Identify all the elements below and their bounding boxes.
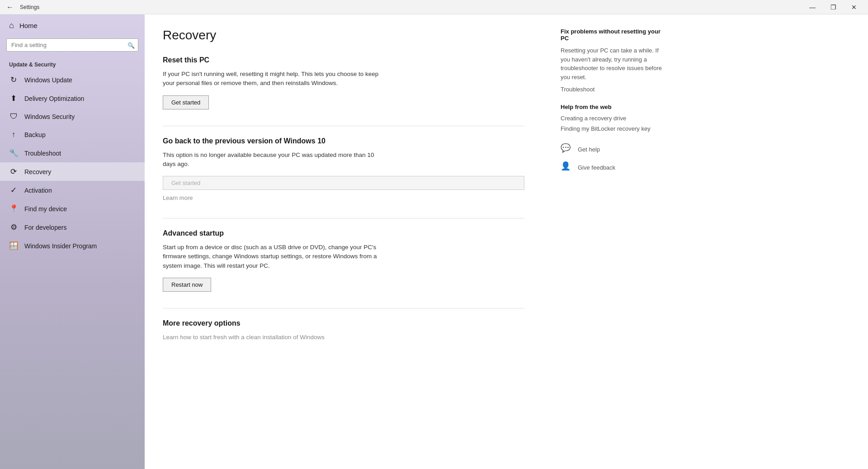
sidebar-item-label: Delivery Optimization [24, 95, 84, 102]
more-recovery-title: More recovery options [163, 319, 524, 327]
restart-now-button[interactable]: Restart now [163, 278, 211, 292]
backup-icon: ↑ [9, 130, 18, 139]
sidebar-item-find-my-device[interactable]: 📍 Find my device [0, 199, 145, 218]
sidebar-item-label: For developers [24, 224, 66, 231]
section-advanced-startup: Advanced startup Start up from a device … [163, 229, 524, 292]
sidebar-item-label: Backup [24, 131, 46, 138]
sidebar-item-label: Windows Update [24, 76, 72, 84]
page-title: Recovery [163, 28, 524, 43]
sidebar-search-container: 🔍 [6, 38, 138, 52]
give-feedback-action[interactable]: 👤 Give feedback [561, 161, 665, 174]
go-back-title: Go back to the previous version of Windo… [163, 137, 524, 145]
sidebar-item-backup[interactable]: ↑ Backup [0, 126, 145, 144]
sidebar-item-label: Activation [24, 187, 52, 194]
content-area: Recovery Reset this PC If your PC isn't … [145, 14, 868, 469]
fix-title: Fix problems without resetting your PC [561, 28, 665, 42]
close-button[interactable]: ✕ [844, 0, 864, 14]
window-controls: — ❐ ✕ [802, 0, 864, 14]
sidebar-item-label: Windows Security [24, 113, 75, 120]
sidebar-item-windows-insider[interactable]: 🪟 Windows Insider Program [0, 237, 145, 255]
sidebar-item-label: Recovery [24, 168, 51, 175]
give-feedback-label: Give feedback [578, 164, 615, 171]
search-input[interactable] [6, 38, 138, 52]
sidebar-item-label: Windows Insider Program [24, 242, 97, 250]
sidebar: ⌂ Home 🔍 Update & Security ↻ Windows Upd… [0, 14, 145, 469]
help-title: Help from the web [561, 104, 665, 110]
sidebar-item-windows-security[interactable]: 🛡 Windows Security [0, 108, 145, 126]
aside-help-section: Help from the web Creating a recovery dr… [561, 104, 665, 132]
home-icon: ⌂ [9, 21, 14, 30]
search-icon: 🔍 [127, 42, 135, 48]
sidebar-home-label: Home [19, 22, 38, 29]
activation-icon: ✓ [9, 185, 18, 195]
divider-2 [163, 218, 524, 218]
reset-get-started-button[interactable]: Get started [163, 95, 209, 109]
section-go-back: Go back to the previous version of Windo… [163, 137, 524, 202]
aside-fix-section: Fix problems without resetting your PC R… [561, 28, 665, 93]
more-recovery-desc: Learn how to start fresh with a clean in… [163, 333, 380, 342]
aside-actions-section: 💬 Get help 👤 Give feedback [561, 143, 665, 174]
find-my-device-icon: 📍 [9, 204, 18, 213]
advanced-startup-title: Advanced startup [163, 229, 524, 237]
for-developers-icon: ⚙ [9, 223, 18, 232]
app-title: Settings [20, 4, 39, 10]
recovery-icon: ⟳ [9, 167, 18, 176]
sidebar-item-for-developers[interactable]: ⚙ For developers [0, 218, 145, 237]
delivery-optimization-icon: ⬆ [9, 94, 18, 103]
divider-3 [163, 308, 524, 308]
sidebar-item-label: Troubleshoot [24, 150, 61, 157]
titlebar: ← Settings — ❐ ✕ [0, 0, 868, 14]
divider-1 [163, 126, 524, 126]
section-more-recovery: More recovery options Learn how to start… [163, 319, 524, 342]
sidebar-section-title: Update & Security [0, 57, 145, 71]
minimize-button[interactable]: — [802, 0, 823, 14]
reset-this-pc-title: Reset this PC [163, 56, 524, 64]
sidebar-item-windows-update[interactable]: ↻ Windows Update [0, 71, 145, 89]
finding-bitlocker-key-link[interactable]: Finding my BitLocker recovery key [561, 125, 665, 132]
content-main: Recovery Reset this PC If your PC isn't … [145, 14, 552, 469]
get-help-icon: 💬 [561, 143, 573, 156]
windows-insider-icon: 🪟 [9, 241, 18, 251]
reset-this-pc-desc: If your PC isn't running well, resetting… [163, 70, 380, 88]
fix-desc: Resetting your PC can take a while. If y… [561, 46, 665, 81]
back-button[interactable]: ← [4, 1, 16, 14]
maximize-button[interactable]: ❐ [823, 0, 844, 14]
content-aside: Fix problems without resetting your PC R… [552, 14, 678, 469]
learn-more-link[interactable]: Learn more [163, 194, 193, 201]
get-help-action[interactable]: 💬 Get help [561, 143, 665, 156]
get-help-label: Get help [578, 146, 600, 153]
advanced-startup-desc: Start up from a device or disc (such as … [163, 243, 380, 270]
sidebar-item-activation[interactable]: ✓ Activation [0, 181, 145, 199]
go-back-desc: This option is no longer available becau… [163, 151, 380, 169]
troubleshoot-icon: 🔧 [9, 148, 18, 158]
windows-security-icon: 🛡 [9, 112, 18, 121]
creating-recovery-drive-link[interactable]: Creating a recovery drive [561, 115, 665, 122]
sidebar-item-troubleshoot[interactable]: 🔧 Troubleshoot [0, 144, 145, 162]
sidebar-item-recovery[interactable]: ⟳ Recovery [0, 162, 145, 181]
sidebar-home[interactable]: ⌂ Home [0, 14, 145, 37]
windows-update-icon: ↻ [9, 75, 18, 85]
app-body: ⌂ Home 🔍 Update & Security ↻ Windows Upd… [0, 14, 868, 469]
sidebar-item-delivery-optimization[interactable]: ⬆ Delivery Optimization [0, 89, 145, 108]
troubleshoot-link[interactable]: Troubleshoot [561, 86, 665, 93]
give-feedback-icon: 👤 [561, 161, 573, 174]
section-reset-this-pc: Reset this PC If your PC isn't running w… [163, 56, 524, 109]
go-back-button: Get started [163, 176, 524, 190]
sidebar-item-label: Find my device [24, 205, 67, 213]
